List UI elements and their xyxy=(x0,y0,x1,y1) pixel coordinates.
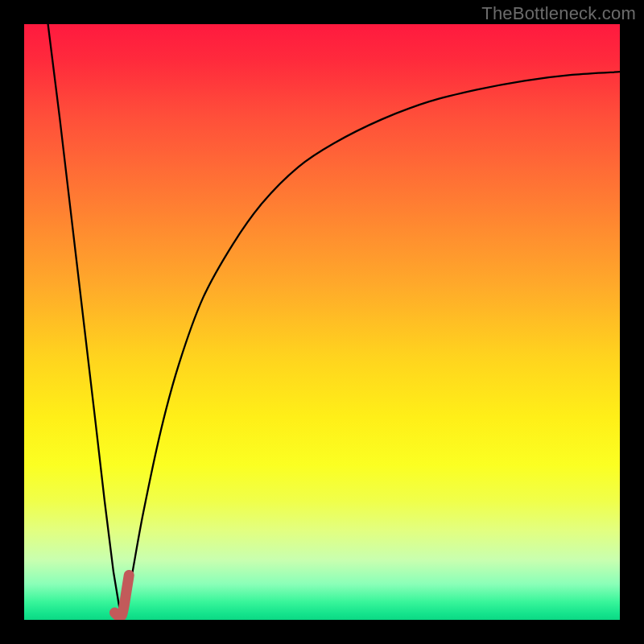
chart-frame: TheBottleneck.com xyxy=(0,0,644,644)
chart-svg xyxy=(24,24,620,620)
series-right-branch xyxy=(126,72,620,608)
watermark-text: TheBottleneck.com xyxy=(481,3,636,24)
plot-area xyxy=(24,24,620,620)
series-left-branch xyxy=(48,24,120,608)
series-group xyxy=(48,24,620,616)
